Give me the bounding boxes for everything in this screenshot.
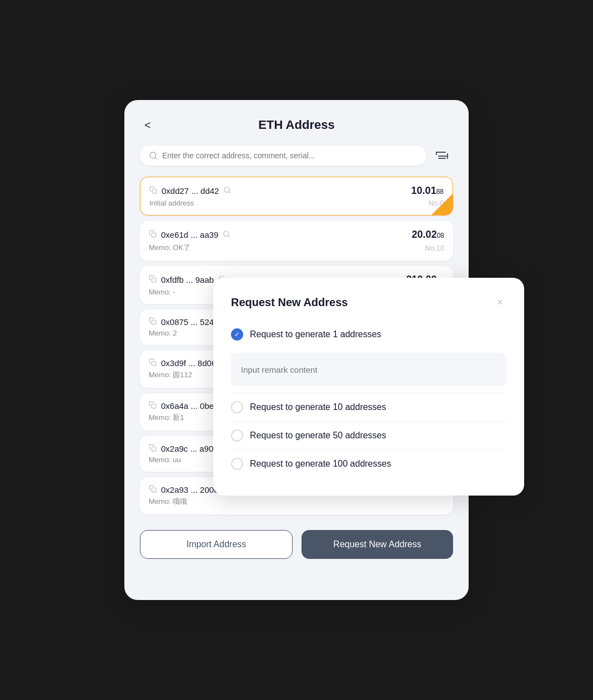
address-memo: Memo: 新1 — [149, 413, 184, 423]
divider-2 — [231, 421, 506, 422]
radio-option-4[interactable]: Request to generate 100 addresses — [231, 452, 506, 476]
modal-title: Request New Address — [231, 296, 348, 309]
copy-icon[interactable] — [149, 401, 157, 411]
copy-icon[interactable] — [149, 358, 157, 368]
address-memo: Memo: 哦哦 — [149, 497, 187, 507]
svg-rect-22 — [152, 404, 156, 408]
request-modal: Request New Address × ✓ Request to gener… — [213, 278, 524, 496]
radio-label-4: Request to generate 100 addresses — [250, 459, 391, 469]
radio-circle-4 — [231, 458, 243, 470]
copy-icon[interactable] — [149, 186, 157, 196]
svg-line-9 — [229, 192, 230, 193]
divider-1 — [231, 393, 506, 393]
svg-rect-28 — [152, 488, 156, 492]
address-hash: 0x6a4a ... 0be3 — [161, 401, 218, 411]
radio-label-1: Request to generate 1 addresses — [250, 329, 381, 339]
address-memo: Memo: uu — [149, 456, 181, 464]
svg-line-1 — [155, 157, 157, 159]
address-hash: 0x2a93 ... 2006 — [161, 485, 218, 494]
header: < ETH Address — [140, 118, 453, 132]
modal-close-button[interactable]: × — [494, 296, 506, 309]
checkmark-icon: ✓ — [234, 331, 240, 338]
svg-rect-19 — [152, 361, 156, 366]
address-memo: Memo: 2 — [149, 329, 177, 337]
address-search-icon[interactable] — [223, 230, 230, 239]
address-hash: 0x2a9c ... a904 — [161, 444, 218, 453]
address-memo: Initial address — [149, 199, 194, 207]
page-title: ETH Address — [258, 118, 334, 132]
radio-label-2: Request to generate 10 addresses — [250, 402, 386, 412]
svg-line-12 — [228, 236, 230, 237]
radio-option-2[interactable]: Request to generate 10 addresses — [231, 396, 506, 419]
modal-header: Request New Address × — [231, 296, 506, 309]
svg-rect-16 — [152, 320, 156, 324]
search-input[interactable] — [162, 151, 418, 160]
main-card: < ETH Address 0xdd27 ... dd4210.0188Init… — [124, 100, 469, 600]
address-hash: 0xfdfb ... 9aab — [161, 275, 214, 284]
svg-rect-10 — [152, 233, 156, 237]
address-hash: 0x3d9f ... 8d06 — [161, 358, 216, 368]
svg-rect-25 — [152, 447, 156, 451]
address-hash: 0xe61d ... aa39 — [161, 230, 218, 239]
copy-icon[interactable] — [149, 230, 157, 239]
back-button[interactable]: < — [140, 117, 155, 134]
radio-circle-1: ✓ — [231, 328, 243, 341]
bottom-buttons: Import Address Request New Address — [140, 530, 453, 559]
address-memo: Memo: - — [149, 288, 175, 296]
address-hash: 0xdd27 ... dd42 — [162, 186, 219, 196]
copy-icon[interactable] — [149, 317, 157, 327]
radio-circle-3 — [231, 429, 243, 442]
search-box — [140, 146, 426, 166]
address-memo: Memo: OK了 — [149, 243, 190, 253]
radio-label-3: Request to generate 50 addresses — [250, 431, 386, 441]
filter-icon — [435, 149, 450, 162]
radio-option-1[interactable]: ✓ Request to generate 1 addresses — [231, 323, 506, 346]
remark-input[interactable] — [231, 353, 506, 386]
radio-circle-2 — [231, 401, 243, 413]
request-new-address-button[interactable]: Request New Address — [301, 530, 453, 559]
copy-icon[interactable] — [149, 444, 157, 453]
search-icon — [149, 151, 158, 160]
address-search-icon[interactable] — [223, 186, 231, 196]
address-item[interactable]: 0xdd27 ... dd4210.0188Initial addressNo.… — [140, 177, 453, 216]
address-hash: 0x0875 ... 5247 — [161, 317, 218, 327]
divider-3 — [231, 449, 506, 450]
filter-button[interactable] — [432, 146, 453, 165]
import-address-button[interactable]: Import Address — [140, 530, 293, 559]
address-amount: 20.0208 — [412, 229, 444, 241]
search-row — [140, 146, 453, 166]
svg-rect-13 — [152, 278, 156, 282]
address-item[interactable]: 0xe61d ... aa3920.0208Memo: OK了No.10 — [140, 221, 453, 261]
svg-rect-7 — [152, 189, 157, 193]
active-corner-indicator — [431, 194, 453, 215]
copy-icon[interactable] — [149, 275, 157, 284]
copy-icon[interactable] — [149, 485, 157, 494]
address-memo: Memo: 圆112 — [149, 370, 192, 380]
address-no: No.10 — [425, 244, 444, 252]
radio-option-3[interactable]: Request to generate 50 addresses — [231, 424, 506, 447]
